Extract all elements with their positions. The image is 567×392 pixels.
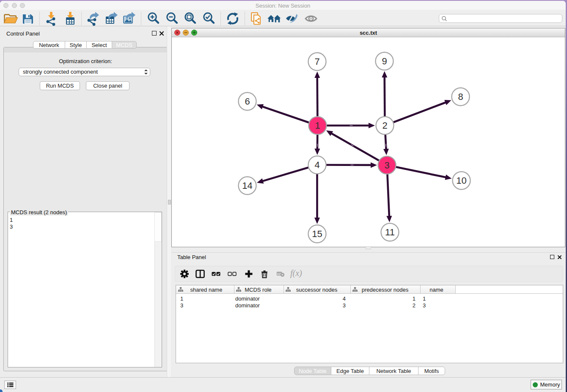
svg-text:7: 7 <box>314 56 319 67</box>
svg-text:9: 9 <box>382 56 387 66</box>
svg-text:15: 15 <box>312 229 322 239</box>
svg-text:8: 8 <box>458 91 463 102</box>
svg-text:3: 3 <box>384 160 389 171</box>
svg-text:1: 1 <box>315 120 320 131</box>
svg-text:2: 2 <box>382 120 387 131</box>
svg-text:6: 6 <box>245 96 250 107</box>
svg-text:14: 14 <box>242 180 252 191</box>
svg-text:4: 4 <box>314 160 319 170</box>
svg-text:10: 10 <box>456 175 466 186</box>
svg-text:11: 11 <box>385 227 395 237</box>
